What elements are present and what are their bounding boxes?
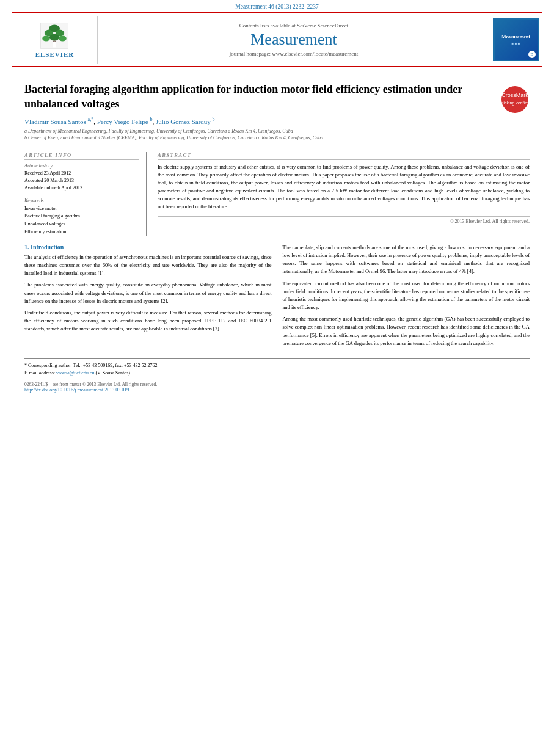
elsevier-branding: ELSEVIER [35,22,75,58]
body-left-column: 1. Introduction The analysis of efficien… [24,244,272,351]
keyword-4: Efficiency estimation [24,228,139,236]
article-title: Bacterial foraging algorithm application… [24,82,530,112]
journal-title-area: Contents lists available at SciVerse Sci… [98,16,490,64]
footer-section: * Corresponding author. Tel.: +53 43 500… [24,358,530,393]
journal-reference-bar: Measurement 46 (2013) 2232–2237 [0,0,554,12]
elsevier-tree-icon [36,22,73,49]
affiliations: a Department of Mechanical Engineering, … [24,128,530,141]
affiliation-b: b Center of Energy and Environmental Stu… [24,134,530,141]
copyright-line: © 2013 Elsevier Ltd. All rights reserved… [158,216,530,224]
keywords-title: Keywords: [24,198,139,203]
article-info-column: ARTICLE INFO Article history: Received 2… [24,152,147,236]
svg-point-4 [43,35,51,41]
affiliation-a: a Department of Mechanical Engineering, … [24,128,530,134]
svg-point-6 [59,35,67,41]
received-date: Received 23 April 2012 [24,170,139,177]
crossmark-badge-icon: CrossMark clicking verifies [500,85,530,114]
main-content: Bacterial foraging algorithm application… [0,67,554,399]
right-paragraph-3: Among the most commonly used heuristic t… [283,315,530,347]
footer-copyright: 0263-2241/$ – see front matter © 2013 El… [24,382,530,387]
footnote-email: E-mail address: vsousa@ucf.edu.cu (V. So… [24,369,530,377]
author-1: Vladimir Sousa Santos [24,117,86,125]
info-abstract-section: ARTICLE INFO Article history: Received 2… [24,147,530,236]
keywords-section: Keywords: In-service motor Bacterial for… [24,198,139,236]
available-date: Available online 6 April 2013 [24,184,139,192]
right-paragraph-1: The nameplate, slip and currents methods… [283,244,530,276]
article-info-label: ARTICLE INFO [24,152,139,160]
right-paragraph-2: The equivalent circuit method has also b… [283,280,530,312]
contents-available-text: Contents lists available at SciVerse Sci… [239,23,349,29]
section-1-heading: 1. Introduction [24,244,272,250]
svg-rect-9 [53,44,56,47]
intro-paragraph-2: The problems associated with energy qual… [24,281,272,305]
article-history: Article history: Received 23 April 2012 … [24,163,139,192]
svg-point-10 [501,86,528,113]
page-container: Measurement 46 (2013) 2232–2237 [0,0,554,756]
journal-cover-thumbnail: Measurement ■ ■ ■ E [493,18,539,61]
history-title: Article history: [24,163,139,169]
elsevier-logo-area: ELSEVIER [12,16,98,64]
intro-paragraph-1: The analysis of efficiency in the operat… [24,253,272,278]
svg-text:CrossMark: CrossMark [501,92,528,98]
elsevier-label: ELSEVIER [35,51,75,58]
footnote-corresponding: * Corresponding author. Tel.: +53 43 500… [24,362,530,369]
journal-homepage: journal homepage: www.elsevier.com/locat… [230,51,358,57]
keyword-3: Unbalanced voltages [24,220,139,228]
body-content: 1. Introduction The analysis of efficien… [24,244,530,351]
body-right-column: The nameplate, slip and currents methods… [283,244,530,351]
abstract-label: ABSTRACT [158,152,530,160]
journal-title: Measurement [250,31,337,49]
svg-point-5 [49,34,59,40]
journal-header: ELSEVIER Contents lists available at Sci… [12,12,542,67]
authors-line: Vladimir Sousa Santos a,*, Percy Viego F… [24,117,530,125]
journal-thumbnail-area: Measurement ■ ■ ■ E [490,16,542,64]
author-3: Julio Gómez Sarduy [156,117,211,125]
article-title-area: Bacterial foraging algorithm application… [24,82,530,112]
keyword-1: In-service motor [24,205,139,213]
email-link[interactable]: vsousa@ucf.edu.cu [56,370,94,376]
author-2: Percy Viego Felipe [97,117,148,125]
svg-text:clicking verifies: clicking verifies [500,101,530,106]
accepted-date: Accepted 20 March 2013 [24,177,139,184]
abstract-text: In electric supply systems of industry a… [158,163,530,211]
keyword-2: Bacterial foraging algorithm [24,213,139,220]
abstract-column: ABSTRACT In electric supply systems of i… [158,152,530,236]
abstract-section: ABSTRACT In electric supply systems of i… [158,152,530,211]
footer-doi[interactable]: http://dx.doi.org/10.1016/j.measurement.… [24,387,530,393]
intro-paragraph-3: Under field conditions, the output power… [24,309,272,333]
journal-ref-text: Measurement 46 (2013) 2232–2237 [235,4,318,10]
